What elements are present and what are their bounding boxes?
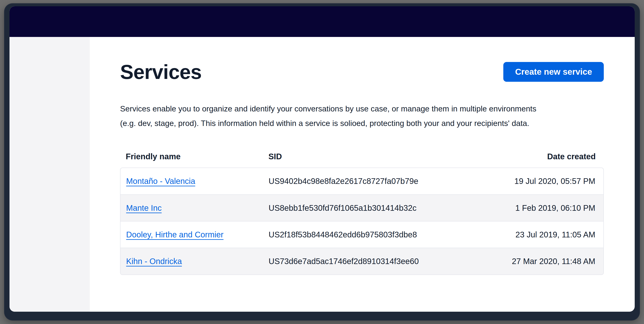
service-sid: US73d6e7ad5ac1746ef2d8910314f3ee60 — [263, 248, 483, 275]
column-header-sid: SID — [263, 152, 483, 167]
create-new-service-button[interactable]: Create new service — [503, 62, 604, 82]
service-name-link[interactable]: Kihn - Ondricka — [126, 257, 182, 266]
main-layout: Services Create new service Services ena… — [10, 37, 635, 312]
left-sidebar — [10, 37, 90, 312]
service-date-created: 27 Mar 2020, 11:48 AM — [483, 248, 603, 275]
desktop-background: { "colors": { "desktop_gray": "#6F6F6F",… — [0, 0, 644, 324]
service-date-created: 23 Jul 2019, 11:05 AM — [483, 221, 603, 248]
services-table-header-row: Friendly name SID Date created — [120, 152, 604, 167]
table-row: Dooley, Hirthe and Cormier US2f18f53b844… — [120, 221, 603, 248]
column-header-date-created: Date created — [483, 152, 604, 167]
service-name-link[interactable]: Mante Inc — [126, 203, 162, 212]
table-row: Mante Inc US8ebb1fe530fd76f1065a1b301414… — [120, 195, 603, 221]
service-name-link[interactable]: Dooley, Hirthe and Cormier — [126, 230, 224, 239]
table-row: Montaño - Valencia US9402b4c98e8fa2e2617… — [120, 168, 603, 195]
browser-window-frame: Services Create new service Services ena… — [4, 3, 640, 321]
top-nav-bar — [10, 6, 635, 37]
services-table-body-table: Montaño - Valencia US9402b4c98e8fa2e2617… — [120, 168, 603, 275]
service-name-link[interactable]: Montaño - Valencia — [126, 177, 195, 185]
service-sid: US8ebb1fe530fd76f1065a1b301414b32c — [263, 195, 483, 221]
services-table-card: Montaño - Valencia US9402b4c98e8fa2e2617… — [120, 167, 604, 275]
service-date-created: 1 Feb 2019, 06:10 PM — [483, 195, 603, 221]
app-window: Services Create new service Services ena… — [10, 6, 635, 312]
service-sid: US2f18f53b8448462edd6b975803f3dbe8 — [263, 221, 483, 248]
column-header-friendly-name: Friendly name — [120, 152, 263, 167]
service-sid: US9402b4c98e8fa2e2617c8727fa07b79e — [263, 168, 483, 195]
page-description: Services enable you to organize and iden… — [120, 102, 604, 131]
page-header: Services Create new service — [120, 61, 604, 83]
services-table-body: Montaño - Valencia US9402b4c98e8fa2e2617… — [120, 168, 603, 275]
service-date-created: 19 Jul 2020, 05:57 PM — [483, 168, 603, 195]
page-title: Services — [120, 61, 202, 83]
main-content: Services Create new service Services ena… — [90, 37, 635, 312]
table-row: Kihn - Ondricka US73d6e7ad5ac1746ef2d891… — [120, 248, 603, 275]
services-table: Friendly name SID Date created Montaño -… — [120, 152, 604, 275]
